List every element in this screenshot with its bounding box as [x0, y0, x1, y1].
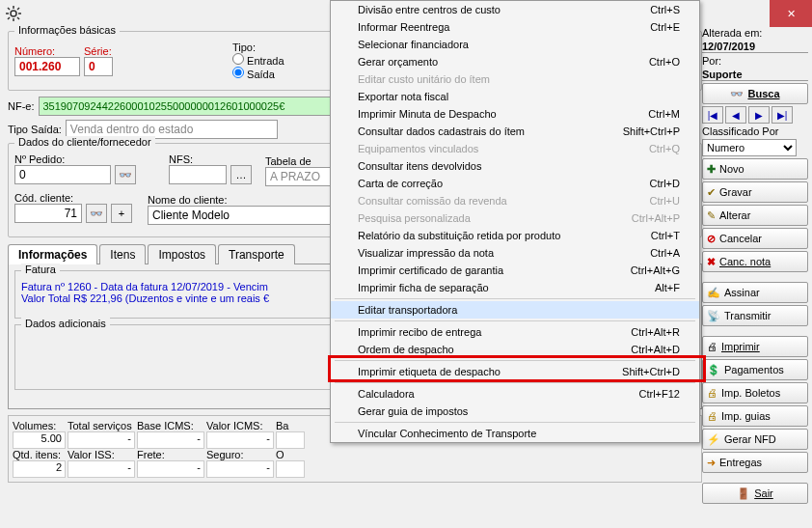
sign-icon: ✍ [707, 287, 720, 299]
menu-item-label: Gerar orçamento [358, 56, 438, 68]
imprimir-button[interactable]: 🖨Imprimir [702, 336, 808, 357]
volumes-label: Volumes: [13, 420, 66, 431]
class-label: Classificado Por [702, 125, 808, 137]
menu-item[interactable]: Exportar nota fiscal [331, 88, 699, 105]
lightning-icon: ⚡ [707, 433, 720, 446]
menu-item-shortcut: Ctrl+S [650, 4, 680, 15]
menu-item: Pesquisa personalizadaCtrl+Alt+P [331, 209, 699, 227]
ellipsis-icon: … [236, 169, 247, 181]
por-label: Por: [702, 55, 808, 67]
tabela-label: Tabela de [265, 155, 333, 167]
nfs-more-button[interactable]: … [230, 165, 252, 184]
menu-item: Equipamentos vinculadosCtrl+Q [331, 140, 699, 157]
pagamentos-button[interactable]: 💲Pagamentos [702, 359, 808, 380]
svg-line-5 [8, 8, 10, 10]
menu-separator [335, 382, 695, 383]
qtditens-label: Qtd. itens: [13, 449, 66, 460]
plus-icon: ✚ [707, 163, 716, 176]
gear-icon[interactable] [6, 6, 21, 21]
nome-cliente-input[interactable] [148, 206, 340, 225]
npedido-input[interactable] [14, 165, 111, 184]
right-panel: Alterada em: 12/07/2019 Por: Suporte 👓 B… [702, 27, 808, 524]
menu-item-label: Imprimir etiqueta de despacho [358, 366, 501, 377]
menu-item[interactable]: Selecionar financiadora [331, 36, 699, 53]
svg-point-0 [11, 11, 16, 16]
menu-item[interactable]: Imprimir certificado de garantiaCtrl+Alt… [331, 262, 699, 279]
menu-item[interactable]: Visualizar impressão da notaCtrl+A [331, 244, 699, 262]
menu-item[interactable]: Imprimir Minuta de DespachoCtrl+M [331, 105, 699, 123]
impguias-button[interactable]: 🖨Imp. guias [702, 405, 808, 427]
entregas-button[interactable]: ➜Entregas [702, 452, 808, 473]
nav-last-button[interactable]: ▶| [771, 106, 793, 124]
valoricms-label: Valor ICMS: [206, 420, 274, 431]
novo-button[interactable]: ✚Novo [702, 158, 808, 180]
menu-item[interactable]: Gerar orçamentoCtrl+O [331, 53, 699, 70]
menu-item-label: Relatório da substituição retida por pro… [358, 230, 560, 241]
npedido-search-button[interactable]: 👓 [115, 165, 136, 184]
menu-item[interactable]: Imprimir ficha de separaçãoAlt+F [331, 279, 699, 296]
exit-icon: 🚪 [737, 487, 750, 500]
transmitir-button[interactable]: 📡Transmitir [702, 305, 808, 326]
gerarnfd-button[interactable]: ⚡Gerar NFD [702, 429, 808, 450]
totserv-value: - [68, 431, 135, 449]
menu-item[interactable]: Víncular Conhecimento de Transporte [331, 425, 699, 442]
menu-item-shortcut: Ctrl+T [651, 230, 680, 241]
menu-item[interactable]: Informar ReentregaCtrl+E [331, 18, 699, 36]
tipo-saida-label: Tipo Saída: [8, 124, 62, 135]
sair-button[interactable]: 🚪Sair [702, 483, 808, 504]
class-select[interactable]: Numero [702, 139, 797, 156]
por-value: Suporte [702, 69, 808, 81]
pencil-icon: ✎ [707, 209, 716, 222]
serie-input[interactable] [84, 57, 113, 76]
menu-item[interactable]: Imprimir etiqueta de despachoShift+Ctrl+… [331, 363, 699, 380]
menu-item-shortcut: Ctrl+Alt+G [631, 264, 680, 276]
cod-cliente-input[interactable] [14, 204, 82, 223]
menu-item[interactable]: Divisão entre centros de custoCtrl+S [331, 1, 699, 18]
sair-label: Sair [754, 487, 773, 499]
nav-next-button[interactable]: ▶ [748, 106, 770, 124]
assinar-button[interactable]: ✍Assinar [702, 282, 808, 303]
cancnota-button[interactable]: ✖Canc. nota [702, 251, 808, 272]
tab-transporte[interactable]: Transporte [218, 244, 295, 264]
nfs-input[interactable] [169, 165, 227, 184]
menu-item[interactable]: Consultar itens devolvidos [331, 157, 699, 175]
numero-input[interactable] [14, 57, 80, 76]
cancelar-button[interactable]: ⊘Cancelar [702, 228, 808, 249]
tab-itens[interactable]: Itens [99, 244, 146, 264]
alterar-button[interactable]: ✎Alterar [702, 205, 808, 226]
close-button[interactable]: ✕ [770, 0, 812, 27]
binoculars-icon: 👓 [119, 169, 132, 181]
menu-item[interactable]: Ordem de despachoCtrl+Alt+D [331, 341, 699, 358]
menu-item-label: Carta de correção [358, 178, 443, 189]
menu-item[interactable]: Imprimir recibo de entregaCtrl+Alt+R [331, 323, 699, 341]
menu-item-label: Consultar itens devolvidos [358, 160, 481, 172]
seguro-label: Seguro: [206, 449, 274, 460]
entrada-radio[interactable] [232, 53, 244, 65]
money-icon: 💲 [707, 364, 720, 376]
impboletos-button[interactable]: 🖨Imp. Boletos [702, 382, 808, 403]
tab-impostos[interactable]: Impostos [148, 244, 216, 264]
menu-item[interactable]: Gerar guia de impostos [331, 403, 699, 420]
gravar-button[interactable]: ✔Gravar [702, 181, 808, 203]
menu-item[interactable]: Editar transportadora [331, 301, 699, 319]
volumes-value: 5.00 [13, 431, 66, 449]
menu-item-label: Selecionar financiadora [358, 39, 469, 50]
nav-prev-button[interactable]: ◀ [725, 106, 746, 124]
menu-item-label: Consultar comissão da revenda [358, 195, 507, 207]
nav-first-button[interactable]: |◀ [702, 106, 723, 124]
ba-value [276, 431, 305, 449]
menu-item[interactable]: Relatório da substituição retida por pro… [331, 227, 699, 244]
adicionais-legend: Dados adicionais [21, 318, 110, 329]
menu-item[interactable]: CalculadoraCtrl+F12 [331, 385, 699, 403]
seguro-value: - [206, 460, 274, 478]
tab-informacoes[interactable]: Informações [8, 244, 97, 264]
qtditens-value: 2 [13, 460, 66, 478]
cod-cliente-search-button[interactable]: 👓 [86, 204, 107, 223]
menu-item[interactable]: Consultar dados cadastrais do ítemShift+… [331, 123, 699, 140]
menu-item: Consultar comissão da revendaCtrl+U [331, 192, 699, 209]
cod-cliente-add-button[interactable]: + [111, 204, 132, 223]
menu-item-label: Imprimir Minuta de Despacho [358, 108, 497, 120]
menu-item[interactable]: Carta de correçãoCtrl+D [331, 175, 699, 192]
saida-radio[interactable] [232, 67, 244, 78]
busca-button[interactable]: 👓 Busca [702, 83, 808, 104]
